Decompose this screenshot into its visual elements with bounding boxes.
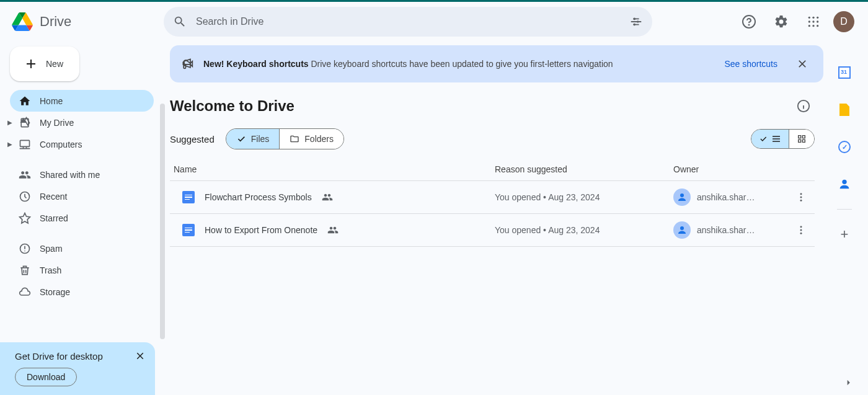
svg-point-1 (637, 20, 639, 23)
drive-logo-icon (10, 9, 35, 34)
check-icon (759, 135, 768, 143)
new-button[interactable]: New (10, 47, 79, 81)
svg-point-29 (800, 229, 802, 231)
expand-icon[interactable]: ▶ (7, 141, 12, 148)
owner-name: anshika.shar… (697, 192, 755, 202)
keep-app-icon[interactable] (832, 97, 857, 122)
drive-logo[interactable]: Drive (10, 9, 159, 34)
sidebar-item-spam[interactable]: Spam (10, 237, 154, 259)
table-row[interactable]: How to Export From Onenote You opened • … (170, 214, 815, 247)
promo-title: Get Drive for desktop (15, 351, 145, 362)
reason-text: You opened • Aug 23, 2024 (495, 192, 673, 202)
sidebar-scrollbar[interactable] (160, 104, 165, 339)
more-actions-icon[interactable] (791, 220, 811, 240)
mydrive-icon (19, 117, 31, 129)
sidebar-item-label: Trash (40, 265, 61, 275)
filter-folders-button[interactable]: Folders (279, 129, 343, 149)
svg-point-9 (812, 20, 814, 22)
svg-point-5 (808, 17, 810, 19)
sidebar-item-recent[interactable]: Recent (10, 185, 154, 207)
storage-icon (19, 286, 31, 298)
sidebar-item-trash[interactable]: Trash (10, 259, 154, 281)
list-view-button[interactable] (751, 130, 789, 148)
grid-view-button[interactable] (789, 130, 814, 148)
svg-point-13 (817, 25, 818, 27)
owner-avatar-icon (673, 189, 691, 206)
svg-point-26 (800, 200, 802, 202)
contacts-app-icon[interactable] (832, 172, 857, 197)
svg-rect-15 (20, 140, 30, 146)
banner-close-icon[interactable] (792, 54, 812, 74)
see-shortcuts-link[interactable]: See shortcuts (724, 59, 777, 69)
sidebar-item-shared[interactable]: Shared with me (10, 164, 154, 185)
banner-bold: New! Keyboard shortcuts (203, 59, 309, 69)
computers-icon (19, 138, 31, 151)
filter-group: Files Folders (226, 128, 344, 149)
search-options-icon[interactable] (629, 14, 644, 29)
list-icon (771, 134, 781, 144)
help-icon[interactable] (737, 9, 761, 34)
owner-avatar-icon (673, 221, 691, 239)
sidebar-item-starred[interactable]: Starred (10, 207, 154, 229)
megaphone-icon (181, 58, 193, 70)
filter-files-label: Files (251, 134, 270, 144)
calendar-app-icon[interactable] (832, 60, 857, 85)
suggested-label: Suggested (170, 134, 215, 144)
sidebar-item-home[interactable]: Home (10, 90, 154, 112)
svg-point-10 (817, 20, 818, 22)
file-name: How to Export From Onenote (205, 225, 317, 235)
tasks-app-icon[interactable]: ✓ (832, 135, 857, 159)
banner-text: Drive keyboard shortcuts have been updat… (309, 59, 613, 69)
filter-files-button[interactable]: Files (226, 129, 280, 149)
side-panel: ✓ + (827, 45, 862, 395)
col-reason[interactable]: Reason suggested (495, 164, 673, 174)
table-header: Name Reason suggested Owner (170, 158, 815, 181)
col-name[interactable]: Name (174, 164, 495, 174)
settings-icon[interactable] (769, 9, 794, 34)
promo-close-icon[interactable] (133, 348, 148, 363)
info-icon[interactable] (792, 95, 815, 117)
spam-icon (19, 242, 31, 255)
sidebar-item-computers[interactable]: ▶ Computers (10, 133, 154, 155)
collapse-panel-icon[interactable] (843, 376, 862, 389)
apps-icon[interactable] (801, 9, 826, 34)
sidebar-item-label: Starred (40, 213, 68, 223)
account-avatar[interactable]: D (833, 11, 854, 32)
plus-icon (24, 56, 38, 71)
file-name: Flowchart Process Symbols (205, 192, 312, 202)
svg-point-6 (812, 17, 814, 19)
page-title: Welcome to Drive (170, 97, 294, 115)
recent-icon (19, 190, 31, 203)
svg-point-4 (749, 25, 750, 25)
svg-point-2 (633, 24, 636, 26)
sidebar-item-label: Shared with me (40, 170, 100, 180)
shared-icon (19, 169, 31, 181)
download-button[interactable]: Download (15, 368, 77, 386)
search-bar[interactable] (164, 7, 652, 37)
col-owner[interactable]: Owner (673, 164, 811, 174)
search-icon (172, 14, 187, 29)
table-row[interactable]: Flowchart Process Symbols You opened • A… (170, 181, 815, 214)
svg-point-12 (812, 25, 814, 27)
svg-rect-20 (802, 136, 805, 138)
add-app-icon[interactable]: + (832, 222, 857, 247)
svg-rect-21 (799, 140, 801, 142)
filter-folders-label: Folders (304, 134, 334, 144)
shortcuts-banner: New! Keyboard shortcuts Drive keyboard s… (170, 45, 823, 82)
svg-rect-22 (802, 140, 805, 142)
svg-point-0 (633, 18, 636, 20)
sidebar-item-label: Storage (40, 287, 70, 297)
sidebar-item-label: My Drive (40, 118, 74, 128)
more-actions-icon[interactable] (791, 187, 811, 207)
reason-text: You opened • Aug 23, 2024 (495, 225, 673, 235)
svg-point-30 (800, 233, 802, 234)
svg-point-23 (680, 193, 684, 197)
expand-icon[interactable]: ▶ (7, 119, 12, 126)
search-input[interactable] (196, 16, 620, 27)
new-button-label: New (46, 59, 63, 69)
trash-icon (19, 264, 31, 277)
sidebar-item-storage[interactable]: Storage (10, 281, 154, 303)
sidebar-item-mydrive[interactable]: ▶ My Drive (10, 112, 154, 133)
check-icon (236, 134, 246, 144)
app-name: Drive (40, 14, 71, 30)
